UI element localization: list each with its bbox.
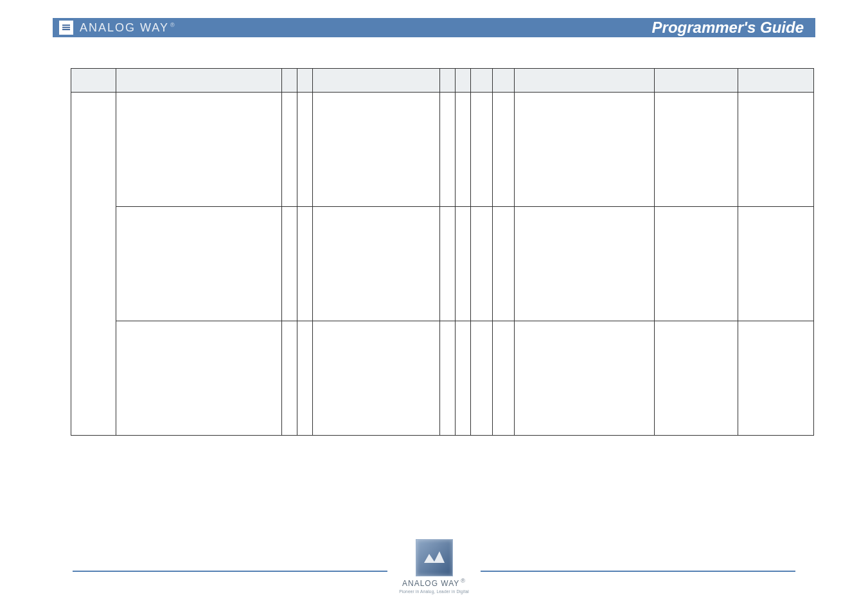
- th-3: [297, 69, 313, 93]
- footer-rule-left: [73, 571, 387, 572]
- cell: [456, 207, 471, 321]
- cell: [738, 321, 814, 436]
- table-row: [71, 93, 814, 207]
- cell: [440, 321, 456, 436]
- th-6: [456, 69, 471, 93]
- footer-brand-text: ANALOG WAY: [402, 579, 459, 588]
- th-7: [471, 69, 493, 93]
- footer-logo-icon: [416, 539, 453, 576]
- footer-brand: ANALOG WAY®: [402, 578, 466, 588]
- cell: [655, 321, 738, 436]
- table-row: [71, 321, 814, 436]
- th-0: [71, 69, 116, 93]
- cell: [440, 207, 456, 321]
- cell: [116, 93, 282, 207]
- th-10: [655, 69, 738, 93]
- cell: [282, 207, 297, 321]
- th-11: [738, 69, 814, 93]
- brand-text: ANALOG WAY®: [80, 21, 176, 35]
- table: [71, 68, 814, 436]
- cell: [515, 207, 655, 321]
- logo-icon: [59, 21, 73, 35]
- cell: [515, 321, 655, 436]
- cell: [738, 207, 814, 321]
- cell: [655, 207, 738, 321]
- footer-rule-right: [481, 571, 795, 572]
- cell: [493, 207, 515, 321]
- cell: [493, 93, 515, 207]
- table-row: [71, 207, 814, 321]
- cell: [471, 207, 493, 321]
- footer-logo: ANALOG WAY® Pioneer in Analog, Leader in…: [399, 539, 469, 594]
- cell: [456, 321, 471, 436]
- cell: [456, 93, 471, 207]
- cell: [493, 321, 515, 436]
- cell: [313, 207, 440, 321]
- th-4: [313, 69, 440, 93]
- table-head: [71, 69, 814, 93]
- page-footer: ANALOG WAY® Pioneer in Analog, Leader in…: [0, 539, 868, 594]
- table-body: [71, 93, 814, 436]
- cell: [440, 93, 456, 207]
- cell: [282, 93, 297, 207]
- cell-group: [71, 93, 116, 436]
- registered-icon: ®: [461, 578, 466, 584]
- cell: [313, 93, 440, 207]
- th-5: [440, 69, 456, 93]
- cell: [471, 321, 493, 436]
- page-title: Programmer's Guide: [652, 19, 804, 37]
- header-left: ANALOG WAY®: [59, 21, 176, 35]
- cell: [297, 207, 313, 321]
- cell: [738, 93, 814, 207]
- th-9: [515, 69, 655, 93]
- table-header-row: [71, 69, 814, 93]
- cell: [471, 93, 493, 207]
- cell: [655, 93, 738, 207]
- th-8: [493, 69, 515, 93]
- page-header: ANALOG WAY® Programmer's Guide: [53, 18, 815, 37]
- brand-name: ANALOG WAY: [80, 21, 169, 34]
- registered-icon: ®: [170, 22, 176, 28]
- footer-tagline: Pioneer in Analog, Leader in Digital: [399, 589, 469, 594]
- cell: [116, 321, 282, 436]
- cell: [297, 321, 313, 436]
- th-1: [116, 69, 282, 93]
- command-table: [71, 68, 813, 436]
- cell: [282, 321, 297, 436]
- th-2: [282, 69, 297, 93]
- cell: [297, 93, 313, 207]
- cell: [116, 207, 282, 321]
- cell: [515, 93, 655, 207]
- cell: [313, 321, 440, 436]
